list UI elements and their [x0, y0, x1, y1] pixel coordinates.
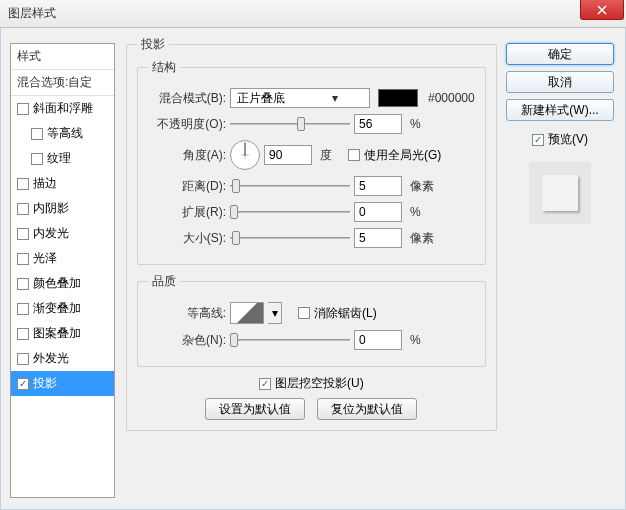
spread-label: 扩展(R): [148, 204, 226, 221]
right-column: 确定 取消 新建样式(W)... 预览(V) [506, 43, 614, 224]
sidebar-item[interactable]: 描边 [11, 171, 114, 196]
distance-label: 距离(D): [148, 178, 226, 195]
antialias-checkbox[interactable] [298, 307, 310, 319]
noise-slider[interactable] [230, 332, 350, 348]
preview-box [529, 162, 591, 224]
opacity-slider[interactable] [230, 116, 350, 132]
styles-sidebar: 样式 混合选项:自定 斜面和浮雕等高线纹理描边内阴影内发光光泽颜色叠加渐变叠加图… [10, 43, 115, 498]
ok-button[interactable]: 确定 [506, 43, 614, 65]
style-checkbox[interactable] [17, 178, 29, 190]
quality-group: 品质 等高线: ▾ 消除锯齿(L) 杂色(N): % [137, 273, 486, 367]
panel-title: 投影 [137, 36, 169, 53]
titlebar: 图层样式 [0, 0, 626, 28]
spread-input[interactable] [354, 202, 402, 222]
layer-style-dialog: 图层样式 样式 混合选项:自定 斜面和浮雕等高线纹理描边内阴影内发光光泽颜色叠加… [0, 0, 626, 510]
size-label: 大小(S): [148, 230, 226, 247]
blend-mode-value: 正片叠底 [231, 90, 300, 107]
structure-group: 结构 混合模式(B): 正片叠底 ▾ #000000 不透明度(O): [137, 59, 486, 265]
sidebar-item[interactable]: 光泽 [11, 246, 114, 271]
sidebar-item-label: 图案叠加 [33, 325, 81, 342]
chevron-down-icon: ▾ [272, 306, 278, 320]
sidebar-item[interactable]: 投影 [11, 371, 114, 396]
sidebar-item[interactable]: 渐变叠加 [11, 296, 114, 321]
sidebar-item-label: 纹理 [47, 150, 71, 167]
style-checkbox[interactable] [17, 278, 29, 290]
size-input[interactable] [354, 228, 402, 248]
sidebar-item[interactable]: 内阴影 [11, 196, 114, 221]
noise-input[interactable] [354, 330, 402, 350]
sidebar-item-label: 投影 [33, 375, 57, 392]
style-checkbox[interactable] [31, 128, 43, 140]
antialias-label: 消除锯齿(L) [314, 305, 377, 322]
size-unit: 像素 [410, 230, 434, 247]
global-light-checkbox[interactable] [348, 149, 360, 161]
main-fieldset: 投影 结构 混合模式(B): 正片叠底 ▾ #000000 不透明度(O): [126, 36, 497, 431]
sidebar-item-label: 描边 [33, 175, 57, 192]
blend-mode-combo[interactable]: 正片叠底 ▾ [230, 88, 370, 108]
main-panel: 投影 结构 混合模式(B): 正片叠底 ▾ #000000 不透明度(O): [126, 36, 496, 498]
preview-swatch [542, 175, 578, 211]
knockout-label: 图层挖空投影(U) [275, 375, 364, 392]
chevron-down-icon: ▾ [300, 91, 369, 105]
size-slider[interactable] [230, 230, 350, 246]
sidebar-item-label: 内阴影 [33, 200, 69, 217]
sidebar-item[interactable]: 外发光 [11, 346, 114, 371]
style-checkbox[interactable] [17, 328, 29, 340]
angle-unit: 度 [320, 147, 332, 164]
style-checkbox[interactable] [17, 203, 29, 215]
sidebar-item[interactable]: 图案叠加 [11, 321, 114, 346]
contour-dropdown[interactable]: ▾ [268, 302, 282, 324]
reset-default-button[interactable]: 复位为默认值 [317, 398, 417, 420]
sidebar-item-label: 等高线 [47, 125, 83, 142]
style-checkbox[interactable] [17, 103, 29, 115]
blend-options-item[interactable]: 混合选项:自定 [11, 70, 114, 96]
color-hex: #000000 [428, 91, 475, 105]
style-checkbox[interactable] [31, 153, 43, 165]
sidebar-item[interactable]: 斜面和浮雕 [11, 96, 114, 121]
style-checkbox[interactable] [17, 378, 29, 390]
close-icon [597, 5, 607, 15]
set-default-button[interactable]: 设置为默认值 [205, 398, 305, 420]
distance-slider[interactable] [230, 178, 350, 194]
new-style-button[interactable]: 新建样式(W)... [506, 99, 614, 121]
opacity-unit: % [410, 117, 421, 131]
style-checkbox[interactable] [17, 303, 29, 315]
sidebar-item-label: 斜面和浮雕 [33, 100, 93, 117]
sidebar-header: 样式 [11, 44, 114, 70]
angle-label: 角度(A): [148, 147, 226, 164]
angle-dial[interactable] [230, 140, 260, 170]
angle-input[interactable] [264, 145, 312, 165]
sidebar-item[interactable]: 内发光 [11, 221, 114, 246]
style-checkbox[interactable] [17, 353, 29, 365]
global-light-label: 使用全局光(G) [364, 147, 441, 164]
blend-mode-label: 混合模式(B): [148, 90, 226, 107]
distance-input[interactable] [354, 176, 402, 196]
close-button[interactable] [580, 0, 624, 20]
window-title: 图层样式 [8, 5, 56, 22]
contour-picker[interactable] [230, 302, 264, 324]
color-swatch[interactable] [378, 89, 418, 107]
sidebar-item-label: 外发光 [33, 350, 69, 367]
noise-unit: % [410, 333, 421, 347]
style-checkbox[interactable] [17, 228, 29, 240]
sidebar-item-label: 颜色叠加 [33, 275, 81, 292]
sidebar-item-label: 渐变叠加 [33, 300, 81, 317]
opacity-label: 不透明度(O): [148, 116, 226, 133]
spread-slider[interactable] [230, 204, 350, 220]
distance-unit: 像素 [410, 178, 434, 195]
sidebar-item[interactable]: 纹理 [11, 146, 114, 171]
preview-label: 预览(V) [548, 131, 588, 148]
preview-checkbox[interactable] [532, 134, 544, 146]
dialog-body: 样式 混合选项:自定 斜面和浮雕等高线纹理描边内阴影内发光光泽颜色叠加渐变叠加图… [0, 28, 626, 510]
cancel-button[interactable]: 取消 [506, 71, 614, 93]
contour-label: 等高线: [148, 305, 226, 322]
opacity-input[interactable] [354, 114, 402, 134]
quality-legend: 品质 [148, 273, 180, 290]
sidebar-item-label: 光泽 [33, 250, 57, 267]
structure-legend: 结构 [148, 59, 180, 76]
knockout-checkbox[interactable] [259, 378, 271, 390]
style-checkbox[interactable] [17, 253, 29, 265]
sidebar-item[interactable]: 颜色叠加 [11, 271, 114, 296]
sidebar-item-label: 内发光 [33, 225, 69, 242]
sidebar-item[interactable]: 等高线 [11, 121, 114, 146]
